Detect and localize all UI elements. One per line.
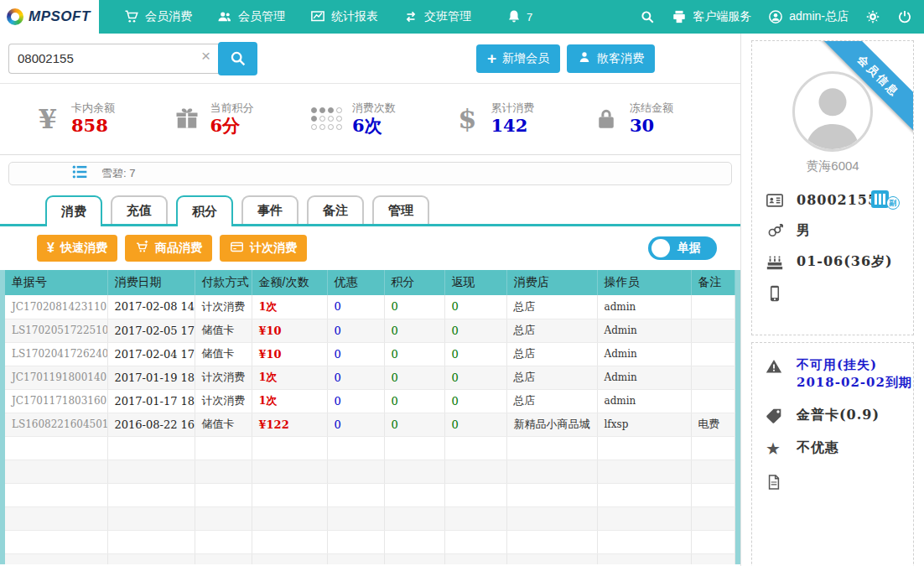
- nav-item-shift-manage[interactable]: 交班管理: [403, 9, 471, 24]
- member-info-rows: 08002155 副 男 01-06(36岁): [752, 184, 913, 309]
- empty-cell: [506, 436, 597, 460]
- user-menu[interactable]: admin-总店: [768, 9, 849, 24]
- empty-cell: [5, 506, 107, 530]
- table-cell: 2017-02-04 17:26: [107, 342, 195, 366]
- topbar-right: 客户端服务 admin-总店: [640, 9, 924, 24]
- member-search: ×: [8, 42, 257, 75]
- quick-consume-button[interactable]: ¥快速消费: [37, 235, 117, 262]
- column-header: 备注: [691, 270, 735, 295]
- walkin-consume-button[interactable]: 散客消费: [567, 44, 655, 73]
- tab-recharge[interactable]: 充值: [111, 195, 168, 224]
- table-cell: 0: [327, 389, 384, 413]
- nav-item-member-consume[interactable]: 会员消费: [124, 9, 192, 24]
- add-member-button[interactable]: + 新增会员: [476, 44, 560, 73]
- empty-cell: [506, 530, 597, 553]
- table-cell: 0: [444, 342, 506, 366]
- empty-cell: [384, 553, 444, 564]
- logout-button[interactable]: [897, 9, 912, 24]
- member-stats: ¥卡内余额858当前积分6分消费次数6次$累计消费142冻结金额30: [0, 84, 740, 155]
- empty-cell: [5, 436, 107, 460]
- empty-table-row: [5, 436, 735, 460]
- tab-consume[interactable]: 消费: [45, 195, 102, 226]
- empty-table-row: [5, 530, 735, 553]
- stat-value: 6次: [352, 115, 396, 137]
- card-icon: [230, 240, 244, 257]
- main-panel: × + 新增会员 散客消费 ¥卡内余额858当前积分6分消费次数6次$累计消费1…: [0, 34, 741, 566]
- table-cell: 电费: [691, 413, 735, 436]
- table-row[interactable]: LS17020417262401152017-02-04 17:26储值卡¥10…: [5, 342, 735, 366]
- receipt-toggle[interactable]: 单据: [648, 236, 717, 260]
- tab-events[interactable]: 事件: [241, 195, 298, 224]
- table-cell: 0: [384, 342, 444, 366]
- settings-button[interactable]: [865, 9, 880, 24]
- table-cell: 0: [327, 295, 384, 319]
- empty-cell: [327, 530, 384, 553]
- member-items-bar[interactable]: 雪碧: 7: [8, 162, 732, 185]
- column-header: 返现: [444, 270, 506, 295]
- member-toolbar: × + 新增会员 散客消费: [0, 34, 740, 84]
- client-service-button[interactable]: 客户端服务: [672, 9, 751, 24]
- toolbar-buttons: + 新增会员 散客消费: [476, 44, 655, 73]
- count-consume-button[interactable]: 计次消费: [220, 235, 307, 262]
- nav-item-member-manage[interactable]: 会员管理: [217, 9, 285, 24]
- empty-cell: [327, 436, 384, 460]
- nav-item-stats-report[interactable]: 统计报表: [310, 9, 378, 24]
- product-consume-button[interactable]: 商品消费: [125, 235, 212, 262]
- empty-cell: [384, 506, 444, 530]
- stat-total-consume: $累计消费142: [454, 101, 535, 138]
- notifications[interactable]: 7: [506, 9, 532, 24]
- table-cell: [691, 366, 735, 389]
- card-status-row: 不可用(挂失) 2018-02-02到期: [766, 356, 913, 392]
- empty-cell: [107, 530, 195, 553]
- empty-cell: [444, 553, 506, 564]
- search-button[interactable]: [218, 42, 257, 75]
- notification-count: 7: [527, 11, 532, 23]
- table-cell: JC1701171803160128: [5, 389, 107, 413]
- table-row[interactable]: JC17011918001401302017-01-19 18:00计次消费1次…: [5, 366, 735, 389]
- phone-row: [766, 278, 913, 309]
- record-tabs: 消费充值积分事件备注管理: [0, 195, 740, 226]
- card-type: 金普卡(0.9): [797, 406, 880, 424]
- member-status-panel: 不可用(挂失) 2018-02-02到期 金普卡(0.9) ★ 不优惠: [751, 342, 914, 566]
- stat-label: 当前积分: [210, 101, 254, 115]
- discount-value: 不优惠: [797, 439, 839, 457]
- tab-notes[interactable]: 备注: [307, 195, 364, 224]
- table-cell: 0: [327, 342, 384, 366]
- gender-value: 男: [797, 222, 811, 240]
- empty-cell: [5, 460, 107, 483]
- tab-points[interactable]: 积分: [176, 195, 233, 226]
- table-row[interactable]: LS16082216045019602016-08-22 16:04储值卡¥12…: [5, 413, 735, 436]
- table-cell: 0: [327, 413, 384, 436]
- table-row[interactable]: JC17011718031601282017-01-17 18:03计次消费1次…: [5, 389, 735, 413]
- table-cell: Admin: [597, 366, 691, 389]
- table-row[interactable]: JC17020814231101282017-02-08 14:23计次消费1次…: [5, 295, 735, 319]
- empty-cell: [444, 530, 506, 553]
- sub-card-button[interactable]: 副: [871, 190, 900, 210]
- stat-card-balance: ¥卡内余额858: [34, 101, 115, 138]
- empty-cell: [5, 530, 107, 553]
- table-cell: 总店: [506, 389, 597, 413]
- client-service-label: 客户端服务: [693, 9, 751, 24]
- empty-cell: [691, 553, 735, 564]
- document-icon: [766, 474, 784, 491]
- search-icon[interactable]: [640, 9, 655, 24]
- stat-value: 858: [71, 115, 115, 137]
- table-cell: 0: [444, 366, 506, 389]
- empty-cell: [597, 460, 691, 483]
- tab-manage[interactable]: 管理: [372, 195, 429, 224]
- search-input[interactable]: [8, 44, 220, 74]
- table-cell: 0: [384, 389, 444, 413]
- empty-table-row: [5, 460, 735, 483]
- empty-cell: [252, 436, 327, 460]
- table-cell: 0: [444, 295, 506, 319]
- empty-cell: [506, 483, 597, 506]
- card-status: 不可用(挂失) 2018-02-02到期: [797, 356, 912, 392]
- stat-label: 冻结金额: [630, 101, 673, 115]
- user-label: admin-总店: [789, 9, 849, 24]
- add-member-label: 新增会员: [502, 51, 549, 66]
- table-row[interactable]: LS17020517225101752017-02-05 17:22储值卡¥10…: [5, 319, 735, 342]
- clear-search-icon[interactable]: ×: [201, 48, 210, 64]
- empty-cell: [107, 506, 195, 530]
- table-cell: 总店: [506, 319, 597, 342]
- empty-cell: [195, 553, 252, 564]
